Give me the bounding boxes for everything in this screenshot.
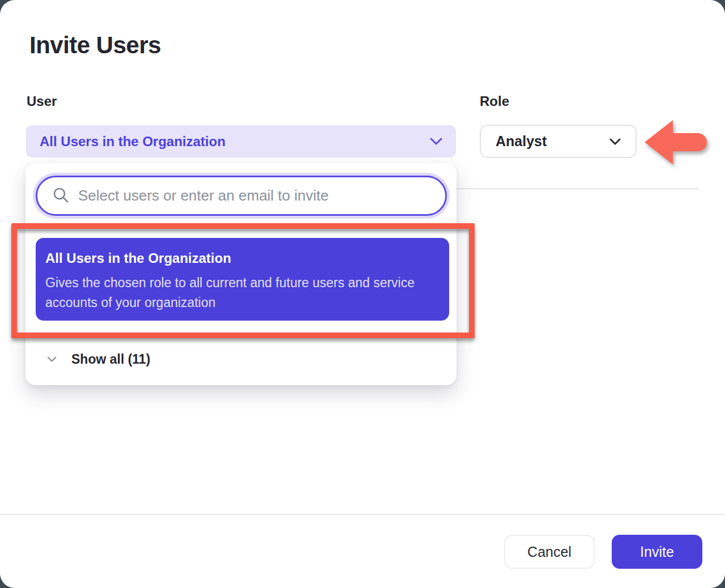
role-select[interactable]: Analyst [480,125,637,158]
search-icon [52,186,69,206]
role-field-label: Role [480,93,509,109]
user-search-box[interactable] [36,176,447,216]
role-select-value: Analyst [496,133,547,150]
user-field-label: User [27,93,57,109]
chevron-down-icon [430,138,442,145]
option-all-users[interactable]: All Users in the Organization Gives the … [36,238,449,321]
chevron-down-icon [609,138,621,145]
show-all-toggle[interactable]: Show all (11) [36,348,262,370]
user-select-value: All Users in the Organization [40,134,225,150]
show-all-label: Show all (11) [71,352,150,367]
user-search-input[interactable] [78,187,430,204]
invite-users-dialog: Invite Users User Role All Users in the … [0,0,725,588]
chevron-down-icon [47,356,57,363]
annotation-arrow-icon [643,118,710,166]
section-divider [457,188,699,189]
option-title: All Users in the Organization [45,250,430,266]
invite-button[interactable]: Invite [612,535,702,569]
option-description: Gives the chosen role to all current and… [45,273,430,313]
footer-divider [0,514,725,515]
cancel-button[interactable]: Cancel [504,535,595,569]
user-select[interactable]: All Users in the Organization [26,125,456,157]
page-title: Invite Users [29,32,161,59]
